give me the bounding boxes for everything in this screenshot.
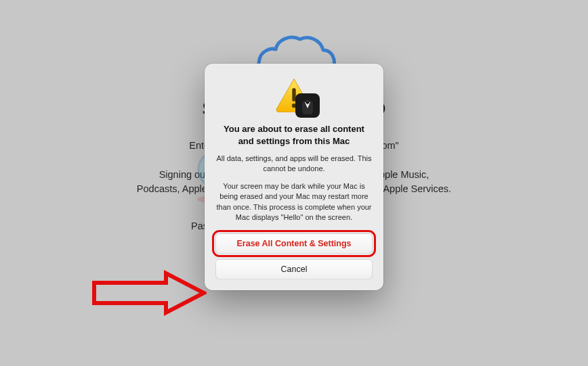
- erase-confirm-dialog: You are about to erase all content and s…: [205, 64, 383, 290]
- erase-assistant-icon: [295, 93, 320, 118]
- dialog-body2: Your screen may be dark while your Mac i…: [215, 181, 373, 223]
- erase-all-button[interactable]: Erase All Content & Settings: [215, 233, 373, 254]
- annotation-arrow-icon: [91, 269, 207, 317]
- dialog-body1: All data, settings, and apps will be era…: [215, 154, 373, 175]
- svg-rect-8: [306, 102, 310, 104]
- cancel-button[interactable]: Cancel: [215, 259, 373, 279]
- dialog-title: You are about to erase all content and s…: [219, 123, 369, 147]
- stage: Sign Out of Apple ID Enter the password …: [0, 0, 588, 366]
- dialog-icon-group: [272, 77, 316, 114]
